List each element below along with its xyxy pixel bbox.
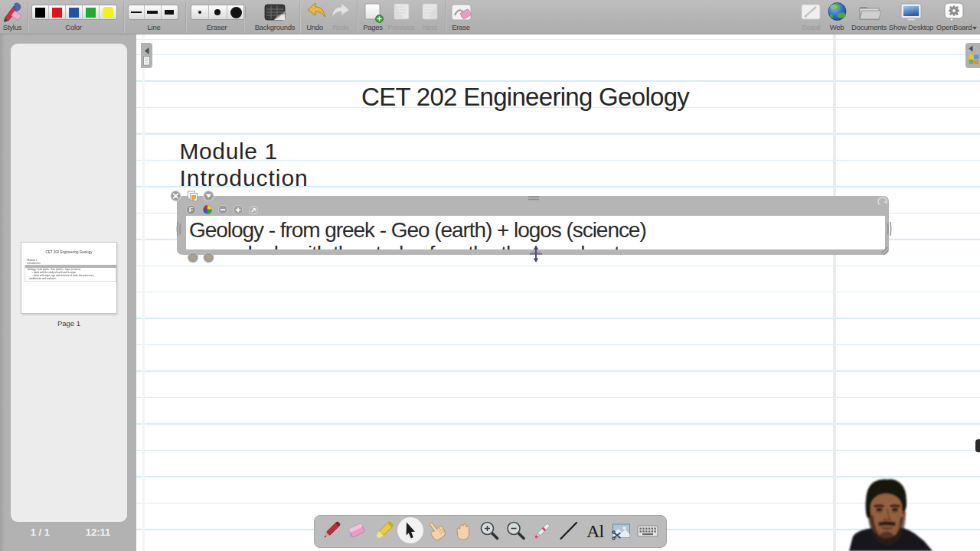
svg-text:A: A (586, 521, 600, 541)
svg-text:l: l (599, 521, 605, 541)
